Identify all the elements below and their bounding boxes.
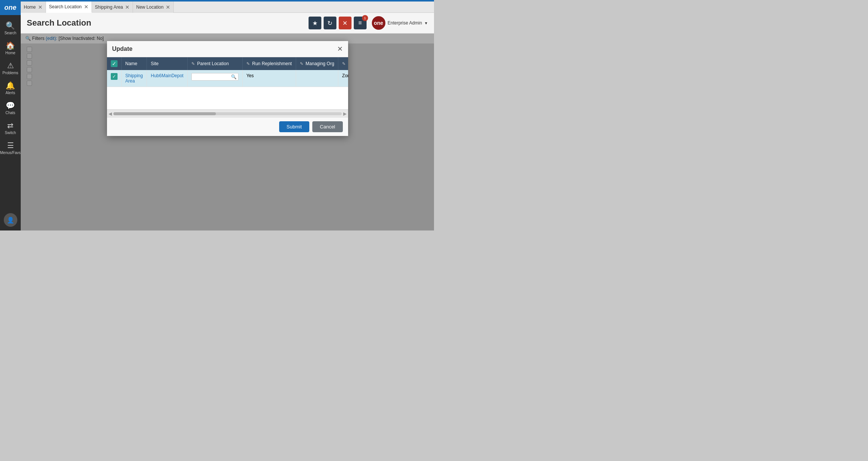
- row-site-cell: Hub6MainDepot: [147, 70, 188, 87]
- row-name-cell: Shipping Area: [121, 70, 147, 87]
- tab-new-location-close[interactable]: ✕: [166, 5, 170, 10]
- tab-search-location-label: Search Location: [49, 4, 82, 9]
- close-icon: ✕: [342, 20, 347, 27]
- sidebar-label-chats: Chats: [5, 111, 15, 115]
- row-run-replenishment-value: Yes: [246, 73, 254, 78]
- sidebar-label-home: Home: [5, 51, 15, 55]
- scroll-right-arrow[interactable]: ▶: [343, 111, 347, 116]
- row-name-link[interactable]: Shipping Area: [125, 73, 143, 84]
- sidebar-item-switch[interactable]: ⇄ Switch: [0, 118, 21, 138]
- col-name-label: Name: [125, 61, 138, 66]
- close-button[interactable]: ✕: [339, 17, 351, 29]
- tab-search-location-close[interactable]: ✕: [84, 4, 89, 9]
- edit-location-type-icon: ✎: [342, 61, 345, 66]
- refresh-icon: ↻: [327, 20, 332, 27]
- sidebar-item-problems[interactable]: ⚠ Problems: [0, 58, 21, 78]
- sidebar-avatar[interactable]: 👤: [4, 213, 17, 227]
- star-icon: ★: [312, 20, 318, 27]
- submit-button[interactable]: Submit: [279, 121, 309, 132]
- tab-shipping-area-close[interactable]: ✕: [125, 5, 130, 10]
- horizontal-scrollbar[interactable]: ◀ ▶: [107, 110, 348, 117]
- chat-icon: 💬: [6, 101, 15, 110]
- header: Search Location ★ ↻ ✕ ≡ 1 one Enterprise…: [21, 13, 434, 34]
- modal-header: Update ✕: [107, 41, 348, 57]
- user-name: Enterprise Admin: [388, 20, 422, 26]
- col-checkbox: ✓: [107, 57, 122, 70]
- switch-icon: ⇄: [7, 121, 14, 130]
- logo-text: one: [4, 4, 16, 12]
- sidebar-item-alerts[interactable]: 🔔 Alerts: [0, 78, 21, 98]
- scroll-left-arrow[interactable]: ◀: [108, 111, 112, 116]
- modal-close-button[interactable]: ✕: [337, 45, 343, 53]
- scroll-thumb[interactable]: [113, 112, 216, 115]
- warning-icon: ⚠: [7, 61, 14, 70]
- table-row: ✓ Shipping Area Hub6MainDepot: [107, 70, 348, 87]
- refresh-button[interactable]: ↻: [324, 17, 336, 29]
- parent-location-search[interactable]: 🔍: [191, 73, 238, 81]
- sidebar-item-menus[interactable]: ☰ Menus/Favs: [0, 138, 21, 158]
- table-header-row: ✓ Name Site ✎ Parent Locat: [107, 57, 348, 70]
- tab-home[interactable]: Home ✕: [21, 2, 46, 13]
- parent-location-input[interactable]: [193, 74, 231, 79]
- header-checkbox[interactable]: ✓: [111, 60, 118, 67]
- tab-home-label: Home: [24, 5, 36, 10]
- avatar-icon: 👤: [7, 217, 14, 224]
- row-location-type-cell: Zone: [338, 70, 348, 87]
- tab-new-location-label: New Location: [136, 5, 164, 10]
- user-dropdown-chevron[interactable]: ▼: [424, 21, 428, 25]
- col-name: Name: [121, 57, 147, 70]
- empty-row: [107, 87, 348, 110]
- sidebar-label-problems: Problems: [2, 71, 18, 75]
- favorite-button[interactable]: ★: [309, 17, 321, 29]
- parent-location-search-icon[interactable]: 🔍: [231, 74, 237, 79]
- sidebar-item-search[interactable]: 🔍 Search: [0, 18, 21, 38]
- page-title: Search Location: [27, 18, 309, 28]
- edit-run-replenishment-icon: ✎: [246, 61, 250, 66]
- tab-shipping-area[interactable]: Shipping Area ✕: [92, 2, 133, 13]
- col-site-label: Site: [151, 61, 159, 66]
- notification-badge: 1: [362, 15, 368, 21]
- content-area: 🔍 Filters (edit): [Show Inactivated: No]: [21, 34, 434, 230]
- user-avatar: one: [372, 16, 385, 30]
- app-logo[interactable]: one: [0, 0, 21, 15]
- tab-home-close[interactable]: ✕: [38, 5, 43, 10]
- col-managing-org-label: Managing Org: [306, 61, 334, 66]
- notifications-button[interactable]: ≡ 1: [354, 17, 367, 29]
- sidebar-label-search: Search: [5, 31, 17, 35]
- col-location-type: ✎ Location Type: [338, 57, 348, 70]
- menu-icon: ☰: [7, 141, 14, 150]
- user-area[interactable]: one Enterprise Admin ▼: [372, 16, 428, 30]
- update-table: ✓ Name Site ✎ Parent Locat: [107, 57, 348, 110]
- tab-bar: Home ✕ Search Location ✕ Shipping Area ✕…: [21, 2, 434, 13]
- table-header: ✓ Name Site ✎ Parent Locat: [107, 57, 348, 70]
- search-icon: 🔍: [6, 21, 15, 30]
- main-area: Home ✕ Search Location ✕ Shipping Area ✕…: [21, 0, 434, 230]
- update-modal: Update ✕ ✓ Name: [107, 41, 348, 136]
- sidebar: one 🔍 Search 🏠 Home ⚠ Problems 🔔 Alerts …: [0, 0, 21, 230]
- row-site-link[interactable]: Hub6MainDepot: [151, 73, 183, 78]
- edit-managing-org-icon: ✎: [300, 61, 303, 66]
- tab-shipping-area-label: Shipping Area: [95, 5, 123, 10]
- col-run-replenishment-label: Run Replenishment: [252, 61, 292, 66]
- modal-footer: Submit Cancel: [107, 117, 348, 136]
- sidebar-item-home[interactable]: 🏠 Home: [0, 38, 21, 58]
- col-parent-location-label: Parent Location: [197, 61, 229, 66]
- user-avatar-text: one: [374, 20, 383, 26]
- cancel-button[interactable]: Cancel: [312, 121, 342, 132]
- modal-body[interactable]: ✓ Name Site ✎ Parent Locat: [107, 57, 348, 110]
- row-checkbox-cell[interactable]: ✓: [107, 70, 122, 87]
- row-parent-location-cell[interactable]: 🔍: [187, 70, 242, 87]
- col-managing-org: ✎ Managing Org: [296, 57, 338, 70]
- empty-cell: [107, 87, 348, 110]
- row-run-replenishment-cell: Yes: [242, 70, 296, 87]
- tab-new-location[interactable]: New Location ✕: [133, 2, 174, 13]
- col-run-replenishment: ✎ Run Replenishment: [242, 57, 296, 70]
- row-location-type-value: Zone: [342, 73, 348, 78]
- scroll-track[interactable]: [113, 112, 342, 115]
- sidebar-item-chats[interactable]: 💬 Chats: [0, 98, 21, 118]
- sidebar-label-alerts: Alerts: [6, 91, 15, 95]
- modal-title: Update: [112, 46, 133, 52]
- tab-search-location[interactable]: Search Location ✕: [46, 2, 92, 13]
- row-checkbox[interactable]: ✓: [111, 73, 118, 80]
- col-parent-location: ✎ Parent Location: [187, 57, 242, 70]
